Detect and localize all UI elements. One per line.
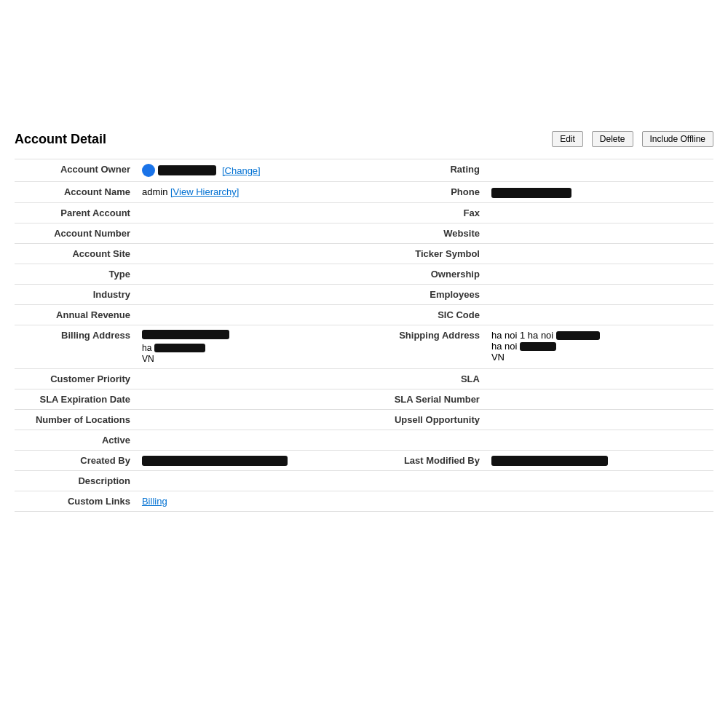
sla-label: SLA xyxy=(364,368,486,389)
owner-name-redacted xyxy=(158,165,216,175)
page-title: Account Detail xyxy=(15,132,543,147)
number-of-locations-label: Number of Locations xyxy=(15,409,136,430)
created-by-label: Created By xyxy=(15,450,136,471)
employees-label: Employees xyxy=(364,284,486,304)
number-of-locations-value xyxy=(136,409,364,430)
sic-code-label: SIC Code xyxy=(364,304,486,325)
ticker-symbol-value xyxy=(486,243,713,264)
account-owner-value: [Change] xyxy=(136,159,364,182)
table-row: Account Name admin [View Hierarchy] Phon… xyxy=(15,182,713,203)
custom-links-value: Billing xyxy=(136,491,364,512)
sla-expiration-date-label: SLA Expiration Date xyxy=(15,389,136,409)
industry-label: Industry xyxy=(15,284,136,304)
shipping-address-label: Shipping Address xyxy=(364,325,486,368)
billing-link[interactable]: Billing xyxy=(142,496,167,507)
fax-label: Fax xyxy=(364,202,486,223)
custom-links-label: Custom Links xyxy=(15,491,136,512)
view-hierarchy-link[interactable]: [View Hierarchy] xyxy=(170,186,239,197)
description-value xyxy=(136,471,364,491)
billing-line1-redacted xyxy=(142,330,229,339)
active-value xyxy=(136,430,364,450)
account-number-value xyxy=(136,223,364,243)
last-modified-by-redacted xyxy=(491,456,608,466)
account-name-value: admin [View Hierarchy] xyxy=(136,182,364,203)
created-by-redacted xyxy=(142,456,288,466)
sic-code-value xyxy=(486,304,713,325)
account-site-value xyxy=(136,243,364,264)
detail-table: Account Owner [Change] Rating Account Na… xyxy=(15,159,713,512)
fax-value xyxy=(486,202,713,223)
upsell-opportunity-label: Upsell Opportunity xyxy=(364,409,486,430)
annual-revenue-label: Annual Revenue xyxy=(15,304,136,325)
page-container: Account Detail Edit Delete Include Offli… xyxy=(15,15,713,512)
created-by-value xyxy=(136,450,364,471)
phone-label: Phone xyxy=(364,182,486,203)
description-label: Description xyxy=(15,471,136,491)
phone-value xyxy=(486,182,713,203)
account-site-label: Account Site xyxy=(15,243,136,264)
sla-expiration-date-value xyxy=(136,389,364,409)
table-row: Billing Address ha VN Shipping Address h… xyxy=(15,325,713,368)
account-owner-label: Account Owner xyxy=(15,159,136,182)
last-modified-by-value xyxy=(486,450,713,471)
owner-icon xyxy=(142,164,155,177)
shipping-line2-redacted xyxy=(520,342,556,351)
table-row: Account Site Ticker Symbol xyxy=(15,243,713,264)
industry-value xyxy=(136,284,364,304)
sla-serial-number-label: SLA Serial Number xyxy=(364,389,486,409)
ticker-symbol-label: Ticker Symbol xyxy=(364,243,486,264)
type-label: Type xyxy=(15,264,136,284)
sla-value xyxy=(486,368,713,389)
table-row: Active xyxy=(15,430,713,450)
table-row: Description xyxy=(15,471,713,491)
shipping-line1-redacted xyxy=(556,331,600,340)
table-row: SLA Expiration Date SLA Serial Number xyxy=(15,389,713,409)
website-value xyxy=(486,223,713,243)
customer-priority-value xyxy=(136,368,364,389)
empty-value-1 xyxy=(486,430,713,450)
employees-value xyxy=(486,284,713,304)
parent-account-value xyxy=(136,202,364,223)
customer-priority-label: Customer Priority xyxy=(15,368,136,389)
include-offline-button[interactable]: Include Offline xyxy=(642,131,714,147)
upsell-opportunity-value xyxy=(486,409,713,430)
account-name-label: Account Name xyxy=(15,182,136,203)
empty-value-3 xyxy=(486,491,713,512)
website-label: Website xyxy=(364,223,486,243)
account-number-label: Account Number xyxy=(15,223,136,243)
type-value xyxy=(136,264,364,284)
table-row: Created By Last Modified By xyxy=(15,450,713,471)
empty-label-3 xyxy=(364,491,486,512)
table-row: Parent Account Fax xyxy=(15,202,713,223)
billing-address-value: ha VN xyxy=(136,325,364,368)
last-modified-by-label: Last Modified By xyxy=(364,450,486,471)
rating-label: Rating xyxy=(364,159,486,182)
table-row: Account Number Website xyxy=(15,223,713,243)
table-row: Number of Locations Upsell Opportunity xyxy=(15,409,713,430)
account-detail-header: Account Detail Edit Delete Include Offli… xyxy=(15,131,713,147)
rating-value xyxy=(486,159,713,182)
ownership-label: Ownership xyxy=(364,264,486,284)
shipping-address-value: ha noi 1 ha noi ha noi VN xyxy=(486,325,713,368)
empty-label-2 xyxy=(364,471,486,491)
table-row: Custom Links Billing xyxy=(15,491,713,512)
ownership-value xyxy=(486,264,713,284)
empty-value-2 xyxy=(486,471,713,491)
billing-line2-redacted xyxy=(154,344,205,352)
delete-button[interactable]: Delete xyxy=(592,131,633,147)
table-row: Annual Revenue SIC Code xyxy=(15,304,713,325)
change-link[interactable]: [Change] xyxy=(222,165,261,176)
edit-button[interactable]: Edit xyxy=(552,131,583,147)
empty-label-1 xyxy=(364,430,486,450)
phone-redacted xyxy=(491,188,571,198)
sla-serial-number-value xyxy=(486,389,713,409)
table-row: Customer Priority SLA xyxy=(15,368,713,389)
table-row: Account Owner [Change] Rating xyxy=(15,159,713,182)
table-row: Type Ownership xyxy=(15,264,713,284)
active-label: Active xyxy=(15,430,136,450)
table-row: Industry Employees xyxy=(15,284,713,304)
parent-account-label: Parent Account xyxy=(15,202,136,223)
billing-address-label: Billing Address xyxy=(15,325,136,368)
annual-revenue-value xyxy=(136,304,364,325)
